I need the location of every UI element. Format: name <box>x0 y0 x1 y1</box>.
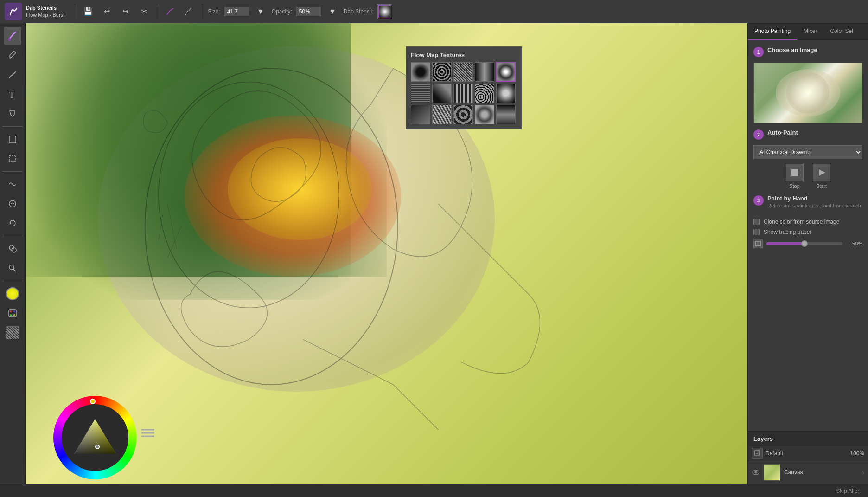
svg-text:T: T <box>9 90 14 99</box>
selection-tool-button[interactable] <box>4 150 21 168</box>
size-input[interactable] <box>224 7 249 16</box>
svg-rect-8 <box>9 142 10 143</box>
layers-title: Layers <box>753 435 773 442</box>
texture-8[interactable] <box>453 84 473 103</box>
opacity-slider-row: 50% <box>753 239 862 248</box>
step-3-number: 3 <box>753 195 764 206</box>
opacity-input[interactable] <box>296 7 321 16</box>
rotate-tool-button[interactable] <box>4 214 21 232</box>
svg-rect-5 <box>9 136 16 142</box>
texture-1[interactable] <box>411 62 430 82</box>
texture-4[interactable] <box>475 62 494 82</box>
toolbar: Dab Stencils Flow Map - Burst 💾 ↩ ↪ ✂ Si… <box>0 0 868 23</box>
texture-3[interactable] <box>453 62 473 82</box>
paint-by-hand-section: Clone color from source image Show traci… <box>753 219 862 248</box>
transform-tool-button[interactable] <box>4 130 21 148</box>
auto-paint-dropdown[interactable]: AI Charcoal Drawing <box>753 145 862 159</box>
eyedropper-tool-button[interactable] <box>4 46 21 64</box>
step-1-row: 1 Choose an Image <box>753 46 862 57</box>
color-triangle[interactable] <box>72 417 118 458</box>
size-dropdown-button[interactable]: ▼ <box>253 4 268 19</box>
hue-handle[interactable] <box>90 399 96 404</box>
hamburger-menu[interactable] <box>141 428 154 440</box>
bottom-bar: Skip Allen <box>0 484 868 497</box>
texture-11[interactable] <box>411 105 430 124</box>
brush-tool-button[interactable] <box>4 27 21 45</box>
texture-12[interactable] <box>432 105 452 124</box>
svg-point-15 <box>9 265 14 270</box>
svg-rect-32 <box>757 242 760 245</box>
tab-color-set[interactable]: Color Set <box>823 23 860 40</box>
tools-separator-1 <box>2 126 22 127</box>
undo-button[interactable]: ↩ <box>99 4 114 19</box>
app-icon <box>5 3 22 20</box>
fill-tool-button[interactable] <box>4 105 21 123</box>
texture-14[interactable] <box>475 105 494 124</box>
texture-5[interactable] <box>496 62 516 82</box>
source-image[interactable] <box>753 63 862 123</box>
texture-10[interactable] <box>496 84 516 103</box>
text-tool-button[interactable]: T <box>4 85 21 103</box>
svg-marker-12 <box>10 222 12 225</box>
straighten-button[interactable]: ✂ <box>136 4 151 19</box>
layer-expand-icon[interactable]: › <box>862 469 864 476</box>
texture-9[interactable] <box>475 84 494 103</box>
texture-13[interactable] <box>453 105 473 124</box>
brush-style-1-button[interactable] <box>163 4 178 19</box>
opacity-slider-fill <box>766 242 804 245</box>
dab-stencil-preview[interactable] <box>377 4 392 19</box>
warp-tool-button[interactable] <box>4 175 21 193</box>
smudge-tool-button[interactable] <box>4 66 21 84</box>
liquify-tool-button[interactable] <box>4 195 21 213</box>
tracing-paper-checkbox[interactable] <box>753 229 760 235</box>
step-2-label: Auto-Paint <box>767 129 798 137</box>
layer-opacity-value: 100% <box>850 450 864 457</box>
saturation-handle[interactable] <box>95 445 100 449</box>
svg-rect-6 <box>9 136 10 137</box>
opacity-slider-icon <box>753 239 763 248</box>
stop-button[interactable] <box>786 164 804 181</box>
opacity-slider-handle[interactable] <box>801 240 808 247</box>
svg-point-19 <box>13 310 15 312</box>
texture-15[interactable] <box>496 105 516 124</box>
zoom-tool-button[interactable] <box>4 259 21 277</box>
flow-map-popup: Flow Map Textures <box>406 46 522 129</box>
auto-paint-buttons: Stop Start <box>753 164 862 189</box>
photo-painting-content: 1 Choose an Image 2 Auto-Paint AI Charco… <box>748 40 868 431</box>
redo-button[interactable]: ↪ <box>118 4 133 19</box>
add-layer-button[interactable] <box>752 448 763 459</box>
color-button[interactable] <box>4 285 21 303</box>
app-name: Dab Stencils <box>26 5 64 11</box>
svg-rect-33 <box>754 451 760 455</box>
tracing-paper-row: Show tracing paper <box>753 229 862 235</box>
opacity-dropdown-button[interactable]: ▼ <box>325 4 340 19</box>
opacity-slider-track[interactable] <box>766 242 842 245</box>
texture-6[interactable] <box>411 84 430 103</box>
save-button[interactable]: 💾 <box>81 4 96 19</box>
start-button-group: Start <box>813 164 830 189</box>
clone-color-checkbox[interactable] <box>753 219 760 225</box>
tracing-paper-label: Show tracing paper <box>764 229 811 235</box>
brush-style-2-button[interactable] <box>181 4 196 19</box>
svg-line-16 <box>13 269 16 271</box>
clone-tool-button[interactable] <box>4 240 21 258</box>
mixer-button[interactable] <box>4 304 21 322</box>
layers-header: Layers <box>748 432 868 446</box>
step-1-number: 1 <box>753 47 764 57</box>
layer-visibility-button[interactable] <box>752 468 760 477</box>
step-2-number: 2 <box>753 129 764 140</box>
tab-photo-painting[interactable]: Photo Painting <box>748 23 797 40</box>
stop-button-group: Stop <box>786 164 804 189</box>
start-button[interactable] <box>813 164 830 181</box>
texture-2[interactable] <box>432 62 452 82</box>
svg-rect-0 <box>378 5 391 18</box>
canvas-layer-row[interactable]: Canvas › <box>748 461 868 484</box>
svg-point-20 <box>10 314 12 316</box>
canvas-area[interactable]: Flow Map Textures <box>26 23 747 484</box>
texture-stencil-button[interactable] <box>4 324 21 342</box>
color-wheel[interactable] <box>53 396 137 479</box>
texture-7[interactable] <box>432 84 452 103</box>
step-3-label: Paint by Hand <box>767 194 861 203</box>
tab-mixer[interactable]: Mixer <box>797 23 823 40</box>
svg-point-18 <box>10 310 12 312</box>
